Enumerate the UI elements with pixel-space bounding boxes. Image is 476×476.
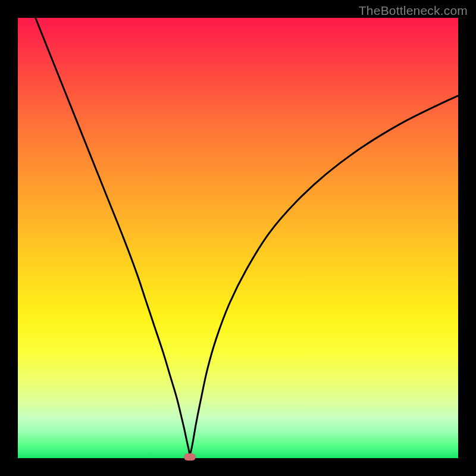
watermark-text: TheBottleneck.com	[359, 4, 468, 18]
bottleneck-curve	[36, 18, 458, 453]
plot-area	[18, 18, 458, 458]
chart-frame: TheBottleneck.com	[0, 0, 476, 476]
optimal-marker	[184, 453, 196, 461]
curve-svg	[18, 18, 458, 458]
